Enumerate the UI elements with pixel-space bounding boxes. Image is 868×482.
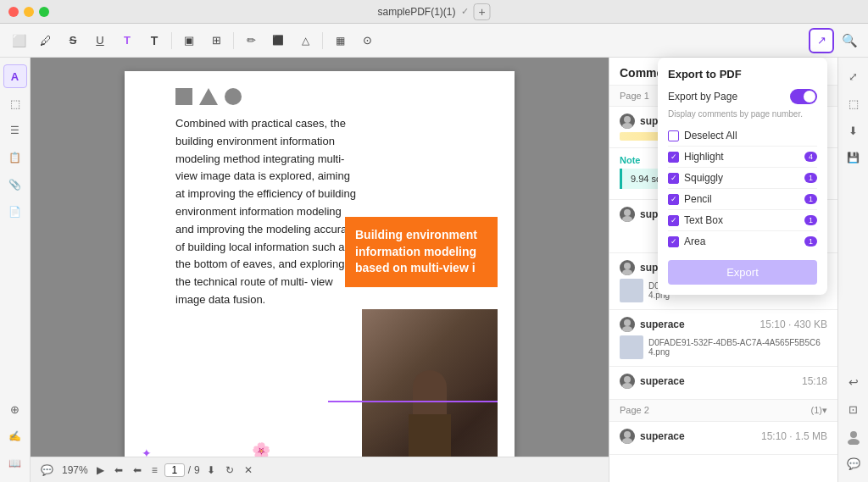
svg-point-4 <box>624 263 631 269</box>
sign-btn[interactable]: ✍ <box>3 424 27 448</box>
comment-btn[interactable]: 💬 <box>37 463 57 478</box>
layers-btn[interactable]: ⊕ <box>3 397 27 421</box>
export-by-page-toggle[interactable] <box>790 89 817 104</box>
export-pdf-button[interactable]: ↗ <box>809 28 834 53</box>
deselect-all-row[interactable]: Deselect All <box>668 125 817 147</box>
export-by-page-row: Export by Page <box>668 89 817 104</box>
user-p2: superace <box>640 430 685 442</box>
squiggly-label: Squiggly <box>684 172 723 184</box>
support-btn[interactable]: 💬 <box>842 452 865 475</box>
comment-item-6[interactable]: superace 15:18 <box>609 367 837 400</box>
current-page-input[interactable] <box>164 463 185 477</box>
zoom-display: 197% <box>62 464 88 476</box>
user-profile-btn[interactable] <box>842 424 865 448</box>
search-btn[interactable]: 🔍 <box>837 29 861 53</box>
highlight-row[interactable]: ✓ Highlight 4 <box>668 147 817 168</box>
save-btn[interactable]: 💾 <box>842 146 865 169</box>
pencil-count: 1 <box>804 194 817 204</box>
annotation-arrow <box>328 401 498 402</box>
grid-btn[interactable]: ⊞ <box>204 29 228 53</box>
note-label: Note <box>620 155 640 165</box>
orange-text: Building environmentinformation modeling… <box>355 228 477 274</box>
pdf-shapes <box>175 88 498 105</box>
chart-btn[interactable]: ▦ <box>328 29 352 53</box>
squiggly-count: 1 <box>804 173 817 183</box>
align-center-btn[interactable]: ≡ <box>148 463 161 478</box>
deselect-checkbox[interactable] <box>668 130 679 141</box>
svg-point-1 <box>622 123 632 129</box>
squiggly-row[interactable]: ✓ Squiggly 1 <box>668 168 817 189</box>
settings-btn[interactable]: ⊡ <box>842 397 865 421</box>
bookmarks-btn[interactable]: ☰ <box>3 119 27 142</box>
underline-btn[interactable]: U <box>88 29 112 53</box>
download-btn[interactable]: ⬇ <box>842 119 865 142</box>
pencil-btn[interactable]: 🖊 <box>34 29 58 53</box>
comment-header-5: superace 15:10 · 430 KB <box>620 317 827 332</box>
textbox-label: Text Box <box>684 214 723 226</box>
thumbnail-btn[interactable]: ⬚ <box>3 91 27 115</box>
area-checkbox[interactable]: ✓ <box>668 236 679 247</box>
highlight-checkbox[interactable]: ✓ <box>668 152 679 163</box>
shape-circle <box>225 88 242 105</box>
undo-btn[interactable]: ↩ <box>842 370 865 394</box>
window-controls[interactable] <box>8 7 49 17</box>
text-highlight-btn[interactable]: T <box>115 29 139 53</box>
pencil-row[interactable]: ✓ Pencil 1 <box>668 189 817 210</box>
svg-point-7 <box>622 326 632 332</box>
shape-btn[interactable]: △ <box>293 29 317 53</box>
export-by-page-label: Export by Page <box>668 91 737 102</box>
pages-panel-btn[interactable]: ⬚ <box>842 91 865 115</box>
pages-nav-btn[interactable]: 📖 <box>3 452 27 475</box>
svg-point-13 <box>848 439 860 445</box>
area-row[interactable]: ✓ Area 1 <box>668 231 817 252</box>
delete-btn[interactable]: ✕ <box>241 463 256 478</box>
attachments-btn[interactable]: 📎 <box>3 173 27 197</box>
sep1 <box>171 32 172 49</box>
annotations-btn[interactable]: 📋 <box>3 146 27 169</box>
align-left-btn[interactable]: ⬅ <box>130 463 145 478</box>
pdf-body-text: Combined with practical cases, the build… <box>175 115 362 309</box>
total-pages: 9 <box>194 464 200 476</box>
export-button[interactable]: Export <box>668 260 817 285</box>
titlebar: samplePDF(1)(1) ✓ + <box>0 0 868 24</box>
forms-btn[interactable]: 📄 <box>3 200 27 224</box>
expand-btn[interactable]: ⤢ <box>842 64 865 88</box>
prev-page-btn[interactable]: ⬅ <box>111 463 126 478</box>
next-page-btn[interactable]: ⬇ <box>203 463 219 478</box>
box-btn[interactable]: ▣ <box>177 29 201 53</box>
attachment-row-2: D0FADE91-532F-4DB5-AC7A-4A565F5B5C64.png <box>620 335 827 359</box>
text-btn[interactable]: T <box>142 29 166 53</box>
pencil-checkbox[interactable]: ✓ <box>668 194 679 205</box>
close-dot[interactable] <box>8 7 19 17</box>
comment-item-attachment2[interactable]: superace 15:10 · 430 KB D0FADE91-532F-4D… <box>609 310 837 367</box>
export-pdf-popup: Export to PDF Export by Page Display com… <box>658 58 827 295</box>
draw-btn[interactable]: ✏ <box>239 29 263 53</box>
squiggly-checkbox[interactable]: ✓ <box>668 173 679 184</box>
link-btn[interactable]: ⊙ <box>355 29 379 53</box>
textbox-count: 1 <box>804 215 817 225</box>
window-title: samplePDF(1)(1) ✓ + <box>377 3 490 20</box>
page-view-btn[interactable]: ⬜ <box>7 29 31 53</box>
svg-point-3 <box>622 216 632 222</box>
pdf-page: Combined with practical cases, the build… <box>125 71 515 468</box>
zoom-in-btn[interactable]: ▶ <box>93 463 108 478</box>
textbox-row[interactable]: ✓ Text Box 1 <box>668 210 817 231</box>
avatar-3 <box>620 207 635 222</box>
user-5: superace <box>640 319 685 330</box>
page-separator: / <box>188 464 191 476</box>
stamp-btn[interactable]: ⬛ <box>266 29 290 53</box>
maximize-dot[interactable] <box>39 7 49 17</box>
shape-square <box>175 88 192 105</box>
strikethrough-btn[interactable]: S <box>61 29 85 53</box>
deselect-all-label: Deselect All <box>684 130 737 141</box>
sep3 <box>322 32 323 49</box>
minimize-dot[interactable] <box>24 7 34 17</box>
rotate-btn[interactable]: ↻ <box>222 463 237 478</box>
time-5: 15:10 · 430 KB <box>760 319 827 330</box>
pdf-viewer[interactable]: Combined with practical cases, the build… <box>31 58 609 482</box>
add-tab-button[interactable]: + <box>474 3 491 20</box>
highlight-tool-btn[interactable]: A <box>3 64 27 88</box>
comment-item-page2[interactable]: superace 15:10 · 1.5 MB <box>609 422 837 455</box>
textbox-checkbox[interactable]: ✓ <box>668 215 679 226</box>
page2-count: (1)▾ <box>811 405 827 416</box>
